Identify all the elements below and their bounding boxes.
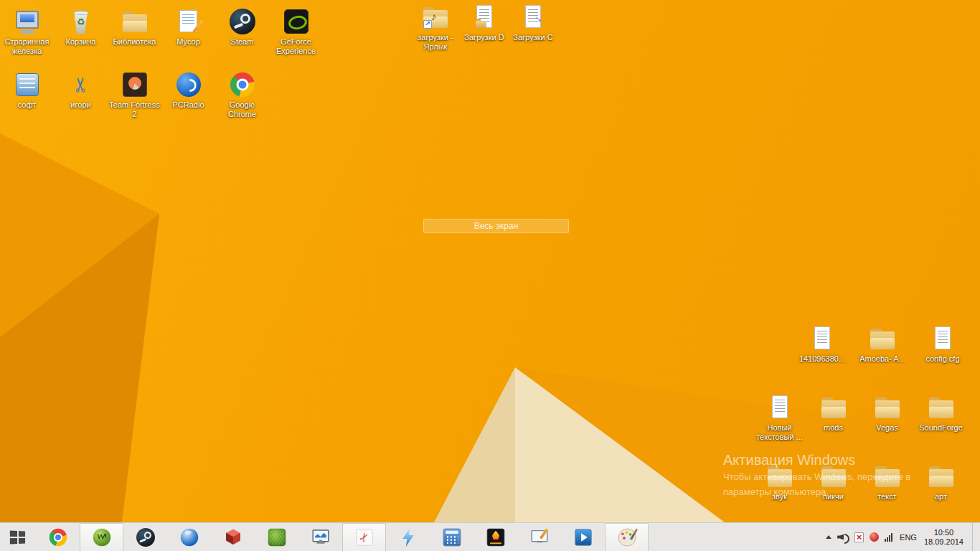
desktop-icon-label: Загрузки D bbox=[464, 33, 504, 42]
desktop-icon-steam[interactable]: Steam bbox=[215, 6, 269, 56]
volume-icon[interactable] bbox=[837, 532, 849, 542]
desktop-icon-label: текст bbox=[877, 492, 897, 501]
language-indicator[interactable]: ENG bbox=[898, 533, 918, 542]
taskbar-app-chrome[interactable] bbox=[36, 523, 80, 551]
desktop-icon-team-fortress-2[interactable]: Team Fortress 2 bbox=[108, 69, 161, 119]
clock[interactable]: 10:50 18.09.2014 bbox=[924, 528, 963, 547]
taskbar-app-green-ball-app[interactable] bbox=[80, 523, 123, 551]
oldpc-icon bbox=[13, 7, 42, 36]
desktop-icon-art[interactable]: арт bbox=[914, 461, 968, 501]
lightning-icon bbox=[397, 527, 418, 548]
tray-date: 18.09.2014 bbox=[924, 537, 963, 547]
desktop-icon-label: PCRadio bbox=[172, 100, 204, 110]
desktop-icon-old-hardware[interactable]: Страринная железка bbox=[0, 6, 54, 56]
taskbar-app-steam[interactable] bbox=[123, 523, 167, 551]
desktop-icon-tekst[interactable]: текст bbox=[860, 461, 914, 501]
folder-icon bbox=[873, 462, 902, 491]
desktop-icon-config-cfg[interactable]: config.cfg bbox=[913, 323, 973, 364]
desktop-icons-top-left-row2: софтигориTeam Fortress 2PCRadioGoogle Ch… bbox=[0, 69, 269, 119]
taskbar-app-video-player[interactable] bbox=[561, 523, 605, 551]
desktop-icon-zvuk[interactable]: звук bbox=[753, 461, 806, 501]
desktop-icons-top-center: загрузки - ЯрлыкЗагрузки DЗагрузки C bbox=[411, 1, 557, 52]
docfolder-icon bbox=[470, 3, 499, 32]
desktop-icon-label: Новый текстовый ... bbox=[753, 423, 806, 442]
folder-icon bbox=[927, 393, 956, 422]
desktop-icon-new-text-document[interactable]: Новый текстовый ... bbox=[753, 392, 806, 442]
desktop-icons-right-row1: 141096380...Amoeba- A...config.cfg bbox=[792, 323, 973, 364]
hidden-icons-chevron-icon[interactable] bbox=[826, 535, 831, 539]
chrome-icon bbox=[47, 527, 68, 548]
greenball-icon bbox=[91, 527, 112, 548]
taskbar-app-blue-sphere-app[interactable] bbox=[167, 523, 211, 551]
scissors-icon bbox=[67, 70, 95, 99]
desktop-icon-geforce-experience[interactable]: GeForce Experience bbox=[269, 6, 323, 56]
taskbar-app-green-tile-app[interactable] bbox=[255, 523, 298, 551]
folder-icon bbox=[819, 393, 848, 422]
pencilmonitor-icon bbox=[529, 527, 550, 548]
alert-x-icon[interactable] bbox=[854, 532, 864, 542]
desktop-icon-label: GeForce Experience bbox=[269, 37, 323, 56]
desktop-icon-pcradio[interactable]: PCRadio bbox=[161, 69, 215, 119]
desktop-icon-library[interactable]: Библиотека bbox=[108, 6, 161, 56]
desktop-icon-musor-notes[interactable]: Мусор bbox=[161, 6, 215, 56]
greentile-icon bbox=[266, 527, 287, 548]
bluevideo-icon bbox=[573, 527, 593, 548]
desktop-icon-pikchi[interactable]: пикчи bbox=[806, 461, 860, 501]
textfile-icon bbox=[765, 393, 794, 422]
desktop-icon-recycle-bin[interactable]: Корзина bbox=[54, 6, 108, 56]
desktop-icon-downloads-shortcut[interactable]: загрузки - Ярлык bbox=[411, 1, 460, 52]
show-desktop-button[interactable] bbox=[972, 523, 977, 551]
desktop-icon-vegas[interactable]: Vegas bbox=[860, 392, 914, 442]
fullscreen-osd-text: Весь экран bbox=[474, 221, 519, 231]
taskbar: ENG 10:50 18.09.2014 bbox=[0, 522, 980, 551]
taskbar-app-red-cube-app[interactable] bbox=[211, 523, 255, 551]
desktop-icon-downloads-c[interactable]: Загрузки C bbox=[509, 1, 557, 52]
desktop-icon-google-chrome[interactable]: Google Chrome bbox=[215, 69, 269, 119]
geforce-icon bbox=[282, 7, 311, 36]
desktop-icon-label: Amoeba- A... bbox=[859, 354, 905, 364]
tray-time: 10:50 bbox=[924, 528, 963, 537]
musicfolder-icon bbox=[421, 3, 450, 32]
taskbar-app-lightning-app[interactable] bbox=[386, 523, 430, 551]
calculator-icon bbox=[441, 527, 462, 548]
bluesphere-icon bbox=[179, 527, 199, 548]
taskbar-app-system-monitor[interactable] bbox=[298, 523, 342, 551]
desktop-icons-right-row2: Новый текстовый ...modsVegasSoundForge bbox=[753, 392, 968, 442]
snip-icon bbox=[354, 527, 374, 548]
folder-icon bbox=[927, 462, 956, 491]
desktop-icon-label: Steam bbox=[231, 37, 254, 47]
taskbar-app-calculator[interactable] bbox=[430, 523, 473, 551]
desktop-icon-label: 141096380... bbox=[799, 354, 845, 364]
shortcut-arrow-icon bbox=[423, 20, 432, 29]
soft-icon bbox=[13, 70, 42, 99]
taskbar-app-screen-editor[interactable] bbox=[517, 523, 561, 551]
start-button[interactable] bbox=[0, 523, 36, 551]
desktop-icon-label: Vegas bbox=[876, 423, 898, 433]
desktop-icon-label: звук bbox=[772, 492, 787, 501]
folder-icon bbox=[819, 462, 848, 491]
desktop-icon-numbered-file[interactable]: 141096380... bbox=[792, 323, 852, 364]
desktop-icon-soundforge[interactable]: SoundForge bbox=[914, 392, 968, 442]
desktop-icon-label: mods bbox=[824, 423, 843, 433]
desktop-icon-amoeba[interactable]: Amoeba- A... bbox=[852, 323, 913, 364]
system-tray: ENG 10:50 18.09.2014 bbox=[821, 523, 980, 551]
desktop-icon-downloads-d[interactable]: Загрузки D bbox=[460, 1, 509, 52]
desktop-icon-label: загрузки - Ярлык bbox=[411, 33, 460, 52]
desktop-icon-label: Google Chrome bbox=[215, 100, 269, 119]
network-signal-icon[interactable] bbox=[885, 533, 892, 542]
desktop-icon-igori[interactable]: игори bbox=[54, 69, 108, 119]
steam-icon bbox=[228, 7, 257, 36]
taskbar-app-flame-game[interactable] bbox=[473, 523, 517, 551]
desktop-icon-label: Мусор bbox=[176, 37, 200, 47]
desktop-icons-right-row3: звукпикчитекстарт bbox=[753, 461, 968, 501]
taskbar-app-snipping-tool[interactable] bbox=[342, 523, 386, 551]
folder-icon bbox=[873, 393, 902, 422]
desktop-icon-mods[interactable]: mods bbox=[806, 392, 860, 442]
screen: Страринная железкаКорзинаБиблиотекаМусор… bbox=[0, 0, 980, 551]
taskbar-app-paint-palette[interactable] bbox=[605, 523, 649, 551]
fullscreen-osd: Весь экран bbox=[423, 219, 569, 233]
taskbar-apps bbox=[36, 523, 649, 551]
red-status-icon[interactable] bbox=[870, 532, 879, 542]
desktop-icon-soft[interactable]: софт bbox=[0, 69, 54, 119]
desktop-icon-label: Библиотека bbox=[113, 37, 156, 47]
